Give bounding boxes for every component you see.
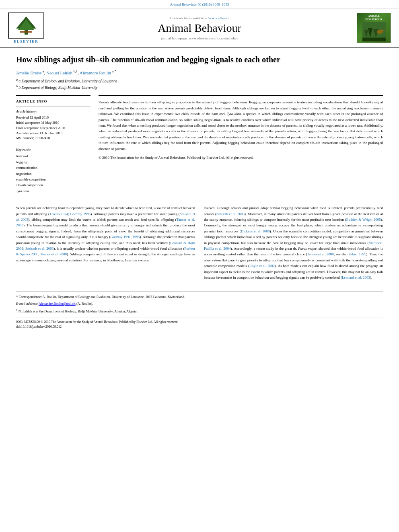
affiliation-a: a a Department of Ecology and Evolution,… xyxy=(16,78,383,84)
footnote-email: E-mail address: Alexandre.Roulin@unil.ch… xyxy=(16,301,383,306)
keyword-communication: communication xyxy=(16,165,90,170)
affiliations: a a Department of Ecology and Evolution,… xyxy=(16,78,383,91)
journal-header: ELSEVIER Contents lists available at Sci… xyxy=(0,8,399,48)
header-center: Contents lists available at ScienceDirec… xyxy=(72,16,327,40)
copyright-text: © 2010 The Association for the Study of … xyxy=(99,155,383,160)
footer-doi: doi:10.1016/j.anbehav.2010.09.012 xyxy=(16,325,383,329)
ref-smiseth2003c[interactable]: Smiseth et al. 2003 xyxy=(216,212,245,216)
author-roulin-affil: a,* xyxy=(112,70,116,73)
elsevier-wordmark: ELSEVIER xyxy=(14,39,39,43)
body-column-right: svecica, although seniors and juniors ad… xyxy=(204,205,383,283)
ref-godfray1995b[interactable]: 1995 xyxy=(133,235,140,239)
keyword-barn-owl: barn owl xyxy=(16,153,90,159)
article-history-section: Article history: Received 12 April 2010 … xyxy=(16,107,90,141)
ref-dickens2008[interactable]: Dickens et al. 2008 xyxy=(241,229,270,233)
ref-godfray1991[interactable]: Godfray 1991 xyxy=(111,235,131,239)
ref-smiseth2003a[interactable]: Smiseth et al. 2003 xyxy=(16,212,195,222)
article-info-abstract-row: ARTICLE INFO Article history: Received 1… xyxy=(16,95,383,194)
body-left-text: When parents are delivering food to depe… xyxy=(16,205,195,263)
author-lahlah-affil: b,1 xyxy=(74,70,78,73)
body-column-left: When parents are delivering food to depe… xyxy=(16,205,195,283)
article-content: How siblings adjust sib–sib communicatio… xyxy=(0,48,399,337)
animal-behaviour-logo: ANIMALBEHAVIOUR xyxy=(357,13,391,43)
footnotes-section: * Correspondence: A. Roulin, Department … xyxy=(16,292,383,314)
journal-homepage-url: journal homepage: www.elsevier.com/locat… xyxy=(72,36,327,40)
ref-tanner2008c[interactable]: Tanner et al. 2008 xyxy=(307,252,333,256)
ref-kilner1995[interactable]: Kilner 1995 xyxy=(348,252,366,256)
header-left: ELSEVIER xyxy=(8,12,72,43)
journal-reference-bar: Animal Behaviour 80 (2010) 1049–1055 xyxy=(0,0,399,8)
svg-rect-4 xyxy=(20,31,32,33)
abstract-text: Parents allocate food resources to their… xyxy=(99,99,383,152)
article-history-label: Article history: xyxy=(16,109,90,113)
footer-copyright: 0003-3472/$38.00 © 2010 The Association … xyxy=(16,320,383,325)
ref-godfray1995[interactable]: Godfray 1995 xyxy=(70,212,91,216)
ref-trivers1974[interactable]: Trivers 1974 xyxy=(49,212,68,216)
svg-point-10 xyxy=(380,29,383,32)
keywords-section: Keywords: barn owl begging communication… xyxy=(16,145,90,194)
ref-tanner2008b[interactable]: Tanner et al. 2008 xyxy=(40,252,67,256)
initial-acceptance-date: Initial acceptance 31 May 2010 xyxy=(16,120,90,125)
keyword-tyto-alba: Tyto alba xyxy=(16,188,90,194)
ref-leonard2003[interactable]: Leonard et al. 2003 xyxy=(342,275,370,279)
body-right-text: svecica, although seniors and juniors ad… xyxy=(204,205,383,280)
author-dreiss-affil: a xyxy=(43,70,44,73)
keyword-sib-competition: sib–sib competition xyxy=(16,182,90,188)
footnote-correspondence: * Correspondence: A. Roulin, Department … xyxy=(16,294,383,300)
elsevier-logo: ELSEVIER xyxy=(8,12,44,43)
ab-logo-image xyxy=(362,22,386,41)
final-acceptance-date: Final acceptance 6 September 2010 xyxy=(16,125,90,131)
keyword-scramble: scramble competition xyxy=(16,177,90,182)
received-date: Received 12 April 2010 xyxy=(16,115,90,120)
article-info-column: ARTICLE INFO Article history: Received 1… xyxy=(16,95,90,194)
keywords-label: Keywords: xyxy=(16,148,90,152)
journal-title: Animal Behaviour xyxy=(72,22,327,35)
sciencedirect-availability: Contents lists available at ScienceDirec… xyxy=(72,16,327,20)
ab-logo-title: ANIMALBEHAVIOUR xyxy=(365,14,382,21)
article-info-heading: ARTICLE INFO xyxy=(16,99,90,103)
elsevier-logo-image xyxy=(8,12,44,39)
footer-bottom: 0003-3472/$38.00 © 2010 The Association … xyxy=(16,318,383,329)
journal-reference-text: Animal Behaviour 80 (2010) 1049–1055 xyxy=(170,2,229,6)
keyword-begging: begging xyxy=(16,159,90,165)
section-divider xyxy=(16,200,383,200)
abstract-column: Parents allocate food resources to their… xyxy=(99,95,383,194)
sciencedirect-link[interactable]: ScienceDirect xyxy=(208,16,228,20)
keyword-negotiation: negotiation xyxy=(16,171,90,177)
ref-budden2005[interactable]: Budden & Wright 2005 xyxy=(346,218,381,222)
authors-line: Amélie Dreiss a, Naouel Lahlah b,1, Alex… xyxy=(16,70,383,75)
email-link[interactable]: Alexandre.Roulin@unil.ch xyxy=(39,302,76,306)
footnote-lahlah: 1 N. Lahlah is at the Department of Biol… xyxy=(16,308,383,314)
ref-royle2002[interactable]: Royle et al. 2002 xyxy=(249,264,275,268)
ref-martinez2004[interactable]: Martinez-Padilla et al. 2004 xyxy=(204,241,383,251)
body-columns: When parents are delivering food to depe… xyxy=(16,205,383,283)
ref-smiseth2003b[interactable]: Smiseth et al. 2003 xyxy=(25,246,53,251)
svg-rect-12 xyxy=(362,37,386,41)
header-right: ANIMALBEHAVIOUR xyxy=(327,13,391,43)
ms-number: MS. number; 10-00247R xyxy=(16,136,90,141)
author-roulin: Alexandre Roulin xyxy=(80,70,111,75)
author-dreiss: Amélie Dreiss xyxy=(16,70,41,75)
ref-tanner2008a[interactable]: Tanner et al. 2008 xyxy=(16,218,195,227)
elsevier-svg xyxy=(10,14,42,37)
article-title: How siblings adjust sib–sib communicatio… xyxy=(16,54,383,65)
available-online-date: Available online 13 October 2010 xyxy=(16,131,90,136)
affiliation-b: b b Department of Biology, Badji Mokhtar… xyxy=(16,84,383,90)
page-wrapper: Animal Behaviour 80 (2010) 1049–1055 xyxy=(0,0,399,532)
author-lahlah: Naouel Lahlah xyxy=(46,70,72,75)
